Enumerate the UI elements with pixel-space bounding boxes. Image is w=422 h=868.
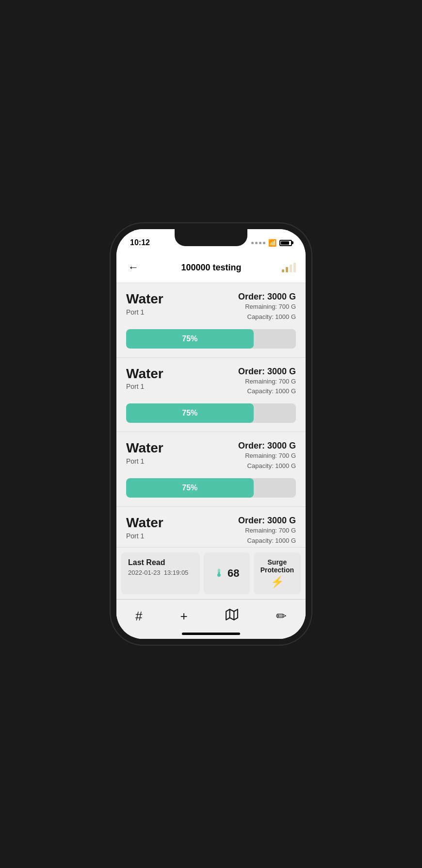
back-button[interactable]: ←	[126, 259, 141, 276]
progress-text-3: 75%	[182, 484, 197, 492]
capacity-1: Capacity: 1000 G	[238, 312, 296, 322]
order-label-1: Order: 3000 G	[238, 292, 296, 302]
water-card-3: Water Port 1 Order: 3000 G Remaining: 70…	[116, 432, 306, 507]
progress-fill-2: 75%	[126, 403, 254, 423]
water-port-4: Port 1	[126, 532, 163, 540]
page-title: 100000 testing	[181, 263, 241, 273]
capacity-4: Capacity: 1000 G	[238, 536, 296, 546]
water-card-1: Water Port 1 Order: 3000 G Remaining: 70…	[116, 283, 306, 358]
surge-protection-card: Surge Protection ⚡	[254, 552, 301, 594]
wifi-icon: 📶	[268, 239, 276, 247]
water-title-4: Water	[126, 516, 163, 531]
progress-fill-3: 75%	[126, 478, 254, 498]
phone-frame: 10:12 📶 ← 100000 testing	[116, 229, 306, 639]
progress-text-1: 75%	[182, 334, 197, 343]
progress-text-2: 75%	[182, 409, 197, 417]
capacity-2: Capacity: 1000 G	[238, 386, 296, 397]
water-title-3: Water	[126, 441, 163, 456]
water-card-2: Water Port 1 Order: 3000 G Remaining: 70…	[116, 358, 306, 433]
water-port-1: Port 1	[126, 308, 163, 316]
surge-protection-title: Surge Protection	[260, 558, 294, 574]
lightning-icon: ⚡	[271, 576, 284, 588]
order-label-3: Order: 3000 G	[238, 441, 296, 451]
remaining-4: Remaining: 700 G	[238, 526, 296, 536]
svg-marker-0	[226, 609, 238, 620]
remaining-3: Remaining: 700 G	[238, 451, 296, 461]
status-time: 10:12	[130, 238, 150, 247]
info-row: Last Read 2022-01-23 13:19:05 🌡 68 Surge…	[116, 547, 306, 599]
status-icons: 📶	[251, 239, 292, 247]
signal-bars-icon	[282, 263, 296, 272]
nav-add[interactable]: +	[173, 606, 195, 627]
order-label-4: Order: 3000 G	[238, 516, 296, 526]
grid-icon: #	[135, 609, 142, 624]
progress-bar-2: 75%	[126, 403, 296, 423]
signal-dots-icon	[251, 242, 265, 244]
edit-icon: ✏	[276, 609, 287, 624]
water-port-3: Port 1	[126, 457, 163, 465]
app-content: ← 100000 testing Water Port 1 Order	[116, 252, 306, 639]
temperature-value: 68	[227, 567, 239, 580]
battery-icon	[279, 240, 292, 246]
map-icon	[226, 608, 238, 624]
header: ← 100000 testing	[116, 252, 306, 283]
remaining-2: Remaining: 700 G	[238, 377, 296, 387]
water-card-4: Water Port 1 Order: 3000 G Remaining: 70…	[116, 507, 306, 547]
nav-edit[interactable]: ✏	[268, 606, 294, 627]
capacity-3: Capacity: 1000 G	[238, 461, 296, 471]
last-read-datetime: 2022-01-23 13:19:05	[128, 569, 193, 576]
temperature-card: 🌡 68	[204, 552, 250, 594]
remaining-1: Remaining: 700 G	[238, 302, 296, 312]
water-title-1: Water	[126, 292, 163, 307]
add-icon: +	[180, 609, 188, 624]
scroll-area[interactable]: Water Port 1 Order: 3000 G Remaining: 70…	[116, 283, 306, 547]
progress-bar-3: 75%	[126, 478, 296, 498]
nav-grid[interactable]: #	[128, 606, 150, 627]
notch	[175, 229, 247, 246]
water-port-2: Port 1	[126, 383, 163, 390]
nav-map[interactable]	[218, 605, 246, 627]
last-read-time-value: 13:19:05	[164, 569, 189, 576]
progress-bar-1: 75%	[126, 329, 296, 349]
order-label-2: Order: 3000 G	[238, 367, 296, 377]
water-title-2: Water	[126, 367, 163, 382]
home-indicator	[182, 633, 240, 635]
progress-fill-1: 75%	[126, 329, 254, 349]
last-read-date-value: 2022-01-23	[128, 569, 161, 576]
last-read-card: Last Read 2022-01-23 13:19:05	[121, 552, 200, 594]
last-read-title: Last Read	[128, 558, 193, 567]
thermometer-icon: 🌡	[214, 567, 225, 580]
